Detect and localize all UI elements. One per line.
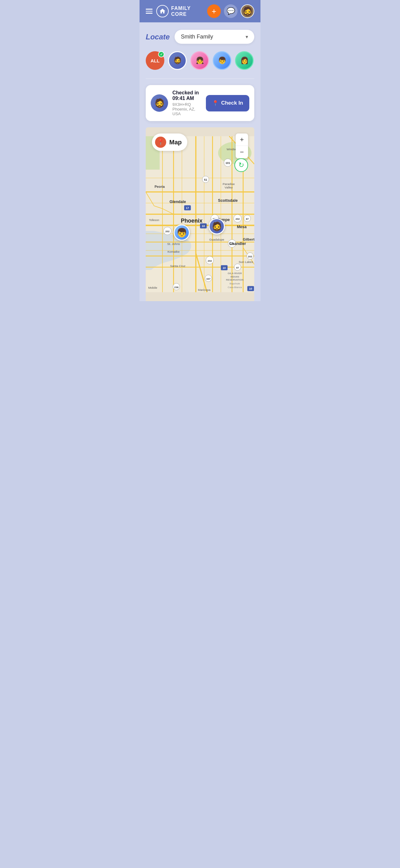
svg-text:Mesa: Mesa	[237, 225, 247, 229]
checkmark-badge: ✓	[158, 51, 164, 57]
member-avatar-girl[interactable]: 👧	[190, 51, 209, 70]
svg-text:10: 10	[249, 287, 252, 290]
member-face-girl: 👧	[196, 57, 204, 65]
zoom-out-button[interactable]: −	[236, 146, 248, 158]
checkin-time: Checked in 09:41 AM	[172, 90, 202, 101]
svg-text:87: 87	[246, 218, 249, 220]
svg-text:Komatke: Komatke	[167, 250, 179, 253]
message-button[interactable]: 💬	[224, 4, 237, 18]
svg-text:Santa Cruz: Santa Cruz	[170, 265, 186, 268]
logo: FAMILY CORE	[156, 5, 191, 18]
map-container[interactable]: 101 101 51 17 10 202 202 202	[146, 127, 254, 301]
chevron-down-icon: ▾	[245, 34, 248, 40]
svg-text:347: 347	[206, 278, 210, 280]
header-right: + 💬 🧔	[207, 4, 254, 18]
svg-text:St. Johns: St. Johns	[167, 242, 180, 246]
map-marker-man[interactable]: 🧔	[209, 218, 225, 235]
svg-text:Casa Blanca: Casa Blanca	[228, 286, 242, 289]
logo-icon	[156, 5, 169, 18]
checkin-location: 9X3H+RQ Phoenix, AZ, USA	[172, 102, 202, 116]
logo-text: FAMILY CORE	[171, 5, 191, 17]
svg-text:Valley: Valley	[225, 186, 233, 189]
checkin-button[interactable]: 📍 Check In	[206, 95, 249, 112]
svg-text:Gilbert: Gilbert	[243, 237, 254, 241]
checkin-button-label: Check In	[221, 100, 243, 106]
map-label-text: Map	[169, 139, 182, 146]
all-label: ALL	[151, 58, 159, 63]
message-icon: 💬	[227, 7, 235, 15]
svg-text:202: 202	[165, 230, 170, 233]
svg-text:Maricopa: Maricopa	[198, 288, 210, 291]
refresh-icon: ↻	[238, 161, 244, 169]
add-button[interactable]: +	[207, 4, 221, 18]
member-avatar-man1[interactable]: 🧔	[168, 51, 187, 70]
svg-text:Glendale: Glendale	[170, 199, 186, 204]
family-selector-text: Smith Family	[181, 34, 213, 40]
user-avatar-header[interactable]: 🧔	[241, 4, 254, 18]
zoom-in-button[interactable]: +	[236, 133, 248, 146]
checkin-avatar: 🧔	[151, 94, 168, 112]
house-icon	[159, 8, 166, 14]
svg-text:238: 238	[174, 286, 178, 289]
header: FAMILY CORE + 💬 🧔	[139, 0, 261, 22]
family-selector[interactable]: Smith Family ▾	[174, 30, 254, 44]
map-label-pill[interactable]: 📍 Map	[152, 133, 187, 151]
hamburger-menu[interactable]	[146, 9, 153, 14]
member-avatar-woman[interactable]: 👩	[235, 51, 254, 70]
divider	[146, 79, 254, 79]
locate-row: Locate Smith Family ▾	[146, 30, 254, 44]
svg-text:10: 10	[223, 266, 226, 270]
svg-text:202: 202	[208, 259, 212, 262]
map-refresh-button[interactable]: ↻	[234, 158, 248, 172]
svg-text:10: 10	[202, 224, 205, 227]
svg-text:Tolleson: Tolleson	[149, 219, 159, 222]
svg-text:87: 87	[236, 266, 239, 269]
member-face-boy: 👦	[218, 57, 226, 65]
map-pin-icon: 📍	[155, 136, 166, 148]
svg-text:Paradise: Paradise	[223, 182, 235, 186]
svg-text:RESERVATION: RESERVATION	[226, 278, 244, 281]
svg-text:Bapchule: Bapchule	[229, 282, 240, 285]
svg-text:51: 51	[204, 178, 207, 181]
member-face-man1: 🧔	[173, 57, 182, 65]
svg-text:GILA RIVER: GILA RIVER	[228, 272, 242, 275]
svg-text:INDIAN: INDIAN	[230, 275, 239, 278]
svg-text:101: 101	[226, 161, 230, 164]
svg-text:Mobile: Mobile	[148, 286, 158, 290]
checkin-info: Checked in 09:41 AM 9X3H+RQ Phoenix, AZ,…	[172, 90, 202, 116]
svg-text:Guadalupe: Guadalupe	[209, 238, 225, 241]
main-content: Locate Smith Family ▾ ALL ✓ 🧔 👧 👦 👩	[139, 22, 261, 301]
svg-text:Scottsdale: Scottsdale	[218, 198, 237, 203]
member-all[interactable]: ALL ✓	[146, 51, 164, 70]
svg-text:202: 202	[235, 218, 240, 220]
svg-text:Chandler: Chandler	[229, 242, 246, 246]
members-row: ALL ✓ 🧔 👧 👦 👩	[146, 51, 254, 70]
checkin-card: 🧔 Checked in 09:41 AM 9X3H+RQ Phoenix, A…	[146, 85, 254, 121]
svg-text:Peoria: Peoria	[155, 185, 165, 188]
map-controls: + −	[236, 133, 248, 158]
svg-text:17: 17	[186, 207, 189, 210]
map-marker-boy[interactable]: 👦	[174, 224, 190, 241]
checkin-pin-icon: 📍	[212, 100, 219, 106]
member-face-woman: 👩	[240, 57, 249, 65]
member-avatar-boy[interactable]: 👦	[213, 51, 231, 70]
svg-text:Phoenix: Phoenix	[181, 218, 202, 224]
locate-label: Locate	[146, 33, 170, 41]
header-left: FAMILY CORE	[146, 5, 191, 18]
svg-text:Sun Lakes: Sun Lakes	[239, 260, 253, 264]
svg-text:202: 202	[248, 255, 253, 258]
